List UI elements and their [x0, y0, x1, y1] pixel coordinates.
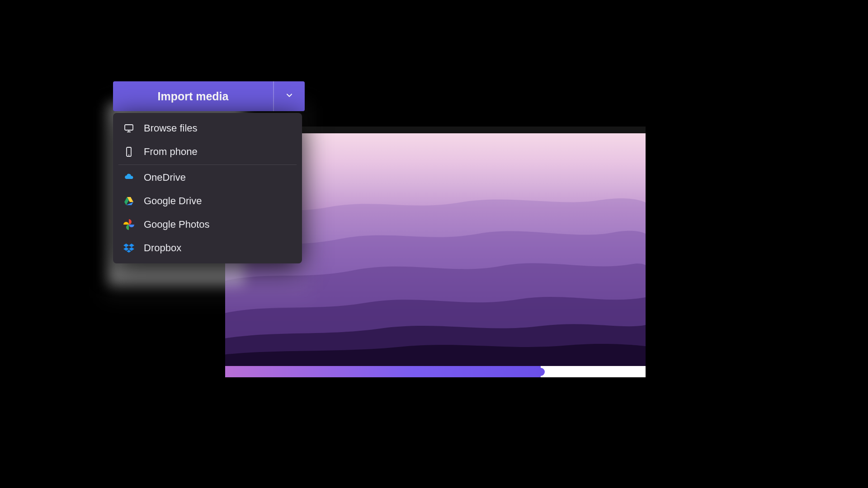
- google-photos-icon: [123, 219, 135, 230]
- onedrive-icon: [123, 172, 135, 183]
- menu-item-google-drive[interactable]: Google Drive: [113, 189, 302, 213]
- menu-item-google-photos[interactable]: Google Photos: [113, 213, 302, 236]
- timeline-playhead[interactable]: [537, 368, 545, 376]
- menu-separator: [118, 164, 297, 165]
- menu-item-label: Google Photos: [144, 219, 210, 230]
- menu-item-dropbox[interactable]: Dropbox: [113, 236, 302, 260]
- svg-marker-8: [123, 244, 129, 247]
- menu-item-label: OneDrive: [144, 172, 186, 183]
- menu-item-label: From phone: [144, 146, 198, 158]
- import-media-dropdown-toggle[interactable]: [273, 81, 305, 111]
- menu-item-label: Dropbox: [144, 242, 181, 254]
- menu-item-label: Google Drive: [144, 195, 202, 207]
- timeline-progress-fill: [225, 366, 541, 377]
- menu-item-browse-files[interactable]: Browse files: [113, 117, 302, 140]
- svg-rect-0: [125, 125, 133, 130]
- google-drive-icon: [123, 195, 135, 207]
- import-source-menu: Browse files From phone OneDrive Goo: [113, 113, 302, 263]
- chevron-down-icon: [285, 91, 294, 102]
- menu-item-from-phone[interactable]: From phone: [113, 140, 302, 164]
- monitor-icon: [123, 122, 135, 134]
- import-media-button[interactable]: Import media: [113, 81, 273, 111]
- svg-marker-12: [127, 250, 131, 253]
- menu-item-onedrive[interactable]: OneDrive: [113, 166, 302, 189]
- svg-marker-10: [123, 247, 129, 251]
- svg-marker-9: [129, 244, 134, 247]
- timeline-track[interactable]: [225, 366, 646, 377]
- phone-icon: [123, 146, 135, 158]
- dropbox-icon: [123, 242, 135, 254]
- svg-marker-11: [129, 247, 134, 251]
- import-media-label: Import media: [158, 90, 229, 103]
- import-media-split-button: Import media: [113, 81, 305, 111]
- menu-item-label: Browse files: [144, 122, 198, 134]
